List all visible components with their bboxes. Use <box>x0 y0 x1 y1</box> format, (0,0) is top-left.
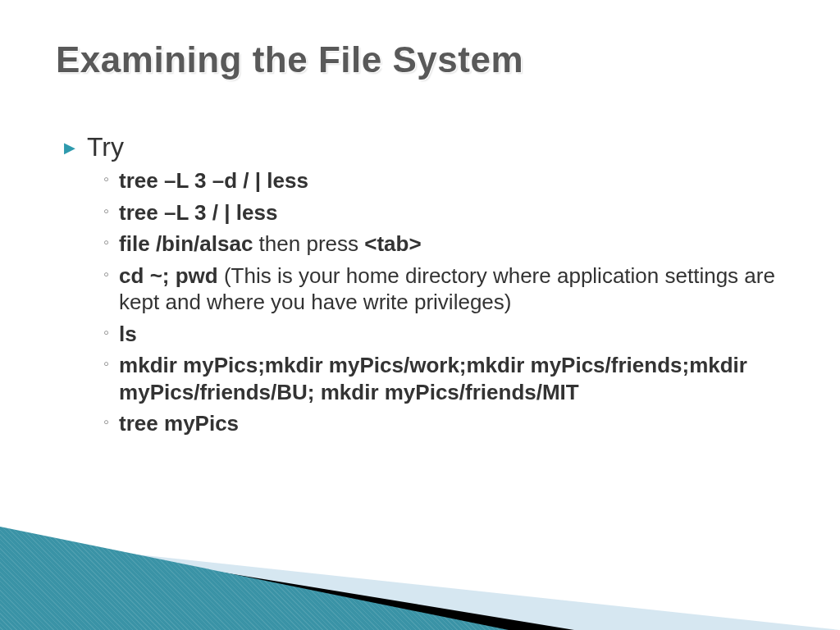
bullet-level2: ◦ tree –L 3 / | less <box>103 199 791 226</box>
level2-text: cd ~; pwd (This is your home directory w… <box>119 262 775 316</box>
level2-text: file /bin/alsac then press <tab> <box>119 231 422 258</box>
ring-bullet-icon: ◦ <box>103 203 109 219</box>
bullet-level2: ◦ tree –L 3 –d / | less <box>103 167 791 194</box>
level2-text: tree –L 3 –d / | less <box>119 167 308 194</box>
bullet-level2: ◦ mkdir myPics;mkdir myPics/work;mkdir m… <box>103 352 791 405</box>
ring-bullet-icon: ◦ <box>103 355 109 372</box>
decor-triangle-teal <box>0 523 509 630</box>
ring-bullet-icon: ◦ <box>103 413 109 430</box>
level2-text: ls <box>119 321 137 348</box>
triangle-bullet-icon: ▶ <box>64 139 75 157</box>
bullet-level2: ◦ ls <box>103 321 791 348</box>
slide: Examining the File System ▶ Try ◦ tree –… <box>0 0 840 630</box>
content-area: ▶ Try ◦ tree –L 3 –d / | less ◦ tree –L … <box>64 131 791 442</box>
ring-bullet-icon: ◦ <box>103 324 109 340</box>
bullet-level1: ▶ Try <box>64 131 791 162</box>
ring-bullet-icon: ◦ <box>103 266 109 282</box>
bullet-level2: ◦ cd ~; pwd (This is your home directory… <box>103 262 791 316</box>
bullet-level2: ◦ tree myPics <box>103 410 791 437</box>
ring-bullet-icon: ◦ <box>103 234 109 250</box>
level2-text: mkdir myPics;mkdir myPics/work;mkdir myP… <box>119 352 775 405</box>
ring-bullet-icon: ◦ <box>103 171 109 187</box>
level1-text: Try <box>87 131 124 162</box>
level2-text: tree –L 3 / | less <box>119 199 277 226</box>
level2-text: tree myPics <box>119 410 239 437</box>
slide-title: Examining the File System <box>56 39 523 80</box>
bullet-level2: ◦ file /bin/alsac then press <tab> <box>103 231 791 258</box>
